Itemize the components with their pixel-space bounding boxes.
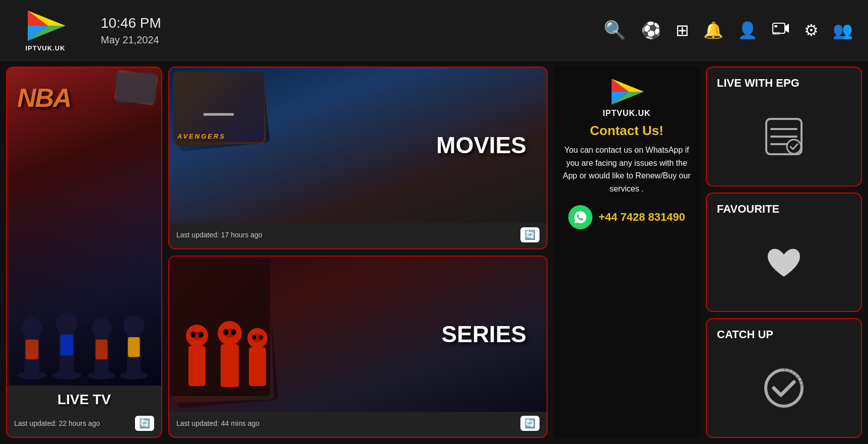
svg-point-30 xyxy=(198,332,204,338)
svg-point-11 xyxy=(22,319,42,338)
main-content: NBA xyxy=(0,60,868,444)
time-display: 10:46 PM xyxy=(101,13,161,33)
svg-point-39 xyxy=(252,335,256,340)
favourite-title: FAVOURITE xyxy=(717,203,851,216)
live-tv-footer: Last updated: 22 hours ago 🔄 xyxy=(7,412,161,437)
series-refresh[interactable]: 🔄 xyxy=(520,416,540,431)
svg-rect-24 xyxy=(128,337,140,357)
svg-rect-36 xyxy=(221,344,239,387)
contact-logo: IPTVUK.UK xyxy=(603,77,650,118)
live-epg-title: LIVE WITH EPG xyxy=(717,77,851,90)
right-column: LIVE WITH EPG FAVOURITE xyxy=(706,67,862,438)
live-tv-image: NBA xyxy=(7,68,161,386)
svg-point-20 xyxy=(123,315,144,336)
date-display: May 21,2024 xyxy=(101,33,161,47)
svg-rect-21 xyxy=(26,340,39,359)
favourite-icon-area xyxy=(717,221,851,304)
contact-logo-text: IPTVUK.UK xyxy=(603,109,650,118)
center-column: AVENGERS MOVIES Last updated: 17 hours a… xyxy=(168,67,548,438)
contact-us-title: Contact Us! xyxy=(590,123,663,139)
whatsapp-row[interactable]: +44 7428 831490 xyxy=(568,205,685,229)
logo-text: IPTVUK.UK xyxy=(25,44,65,52)
series-footer: Last updated: 44 mins ago 🔄 xyxy=(169,412,547,437)
live-epg-card[interactable]: LIVE WITH EPG xyxy=(706,67,862,186)
series-label: SERIES xyxy=(441,321,526,348)
svg-point-14 xyxy=(56,312,78,334)
svg-point-29 xyxy=(190,332,195,338)
movies-card[interactable]: AVENGERS MOVIES Last updated: 17 hours a… xyxy=(168,67,548,249)
user-icon[interactable]: 👤 xyxy=(738,21,758,40)
movies-footer: Last updated: 17 hours ago 🔄 xyxy=(169,223,547,248)
svg-rect-31 xyxy=(188,346,206,386)
movies-label: MOVIES xyxy=(436,132,526,159)
series-card[interactable]: SERIES Last updated: 44 mins ago 🔄 xyxy=(168,256,548,438)
svg-point-52 xyxy=(766,370,802,406)
svg-point-51 xyxy=(787,140,801,154)
catch-up-icon-area xyxy=(717,346,851,430)
favourite-card[interactable]: FAVOURITE xyxy=(706,193,862,312)
grid-icon[interactable]: ⊞ xyxy=(676,21,689,40)
contact-panel: IPTVUK.UK Contact Us! You can contact us… xyxy=(554,67,700,438)
catchup-checkmark-icon xyxy=(763,367,806,410)
svg-point-17 xyxy=(92,318,111,338)
logo-icon xyxy=(23,8,68,43)
svg-rect-23 xyxy=(96,340,108,359)
live-tv-label: LIVE TV xyxy=(7,386,161,412)
svg-rect-41 xyxy=(249,347,266,386)
header: IPTVUK.UK 10:46 PM May 21,2024 🔍 ⚽ ⊞ 🔔 👤… xyxy=(0,0,868,60)
svg-point-34 xyxy=(223,329,228,335)
movies-image: AVENGERS MOVIES xyxy=(169,68,547,223)
svg-marker-25 xyxy=(196,84,241,127)
datetime: 10:46 PM May 21,2024 xyxy=(101,13,161,47)
users-icon[interactable]: 👥 xyxy=(833,21,853,40)
svg-point-35 xyxy=(231,329,236,335)
catch-up-card[interactable]: CATCH UP xyxy=(706,318,862,438)
record-icon[interactable]: REC xyxy=(772,21,790,39)
header-icons: ⚽ ⊞ 🔔 👤 REC ⚙ 👥 xyxy=(641,21,853,40)
movies-refresh[interactable]: 🔄 xyxy=(520,227,540,242)
svg-rect-7 xyxy=(774,25,777,27)
live-tv-update: Last updated: 22 hours ago xyxy=(14,419,100,427)
svg-text:REC: REC xyxy=(772,32,780,35)
svg-marker-6 xyxy=(785,24,789,33)
svg-rect-22 xyxy=(60,335,74,355)
whatsapp-icon xyxy=(568,205,592,229)
movies-update: Last updated: 17 hours ago xyxy=(176,231,262,239)
logo-area[interactable]: IPTVUK.UK xyxy=(15,8,76,52)
soccer-icon[interactable]: ⚽ xyxy=(641,21,661,40)
heart-icon xyxy=(764,242,804,283)
live-tv-card[interactable]: NBA xyxy=(6,67,162,438)
series-update: Last updated: 44 mins ago xyxy=(176,419,259,427)
live-epg-icon-area xyxy=(717,95,851,178)
nba-text: NBA xyxy=(17,83,71,113)
bell-icon[interactable]: 🔔 xyxy=(703,21,723,40)
series-image: SERIES xyxy=(169,257,547,412)
live-tv-refresh[interactable]: 🔄 xyxy=(135,416,154,431)
catch-up-title: CATCH UP xyxy=(717,328,851,341)
settings-icon[interactable]: ⚙ xyxy=(804,21,819,40)
whatsapp-number: +44 7428 831490 xyxy=(598,211,685,224)
epg-schedule-icon xyxy=(761,114,807,159)
search-button[interactable]: 🔍 xyxy=(604,20,626,41)
contact-description: You can contact us on WhatsApp if you ar… xyxy=(563,144,691,195)
svg-point-40 xyxy=(259,335,263,340)
contact-logo-icon xyxy=(607,77,647,107)
